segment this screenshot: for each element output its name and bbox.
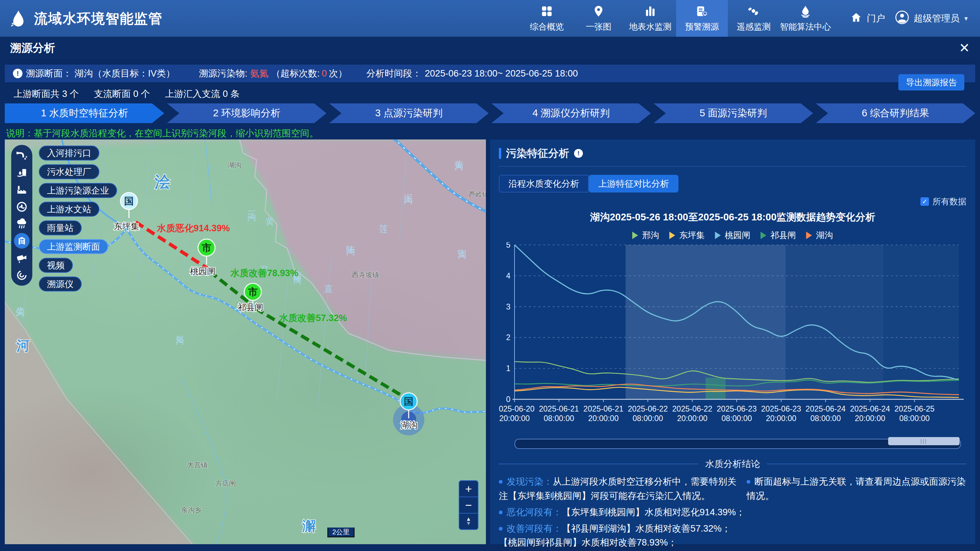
accent-bar — [499, 148, 501, 159]
bar-chart-icon — [644, 5, 657, 18]
page-titlebar: 溯源分析 ✕ — [0, 37, 980, 59]
pollutant-value: 氨氮 — [250, 67, 269, 79]
rain-gauge-icon[interactable] — [14, 216, 30, 232]
layer-pill-rain-gauge[interactable]: 雨量站 — [39, 221, 82, 235]
chart-legend: 邢沟 东坪集 桃园闸 祁县闸 湖沟 — [499, 230, 966, 241]
layer-pill-monitor-section[interactable]: 上游监测断面 — [39, 239, 108, 254]
svg-text:市: 市 — [202, 243, 211, 253]
nav-items: 综合概览 一张图 地表水监测 预警溯源 遥感监测 智能算法中心 — [521, 0, 831, 37]
tracer-icon[interactable] — [14, 267, 30, 283]
user-name[interactable]: 超级管理员 — [914, 12, 959, 24]
x-axis-label: 2025-06-2220:00:00 — [672, 404, 713, 423]
algorithm-icon — [799, 5, 812, 18]
nav-item-algorithm-center[interactable]: 智能算法中心 — [780, 0, 831, 37]
x-axis-label: 2025-06-2208:00:00 — [628, 404, 668, 423]
legend-item[interactable]: 东坪集 — [669, 230, 705, 241]
legend-label: 祁县闸 — [770, 230, 796, 241]
step-3-point-source[interactable]: 3 点源污染研判 — [329, 103, 488, 123]
step-6-result[interactable]: 6 综合研判结果 — [816, 103, 975, 123]
treatment-plant-icon[interactable] — [14, 165, 30, 180]
user-avatar-icon[interactable] — [895, 11, 909, 27]
layer-pill-treatment-plant[interactable]: 污水处理厂 — [39, 164, 99, 179]
factory-icon[interactable] — [14, 182, 30, 198]
map-label: 余沟乡 — [181, 506, 202, 514]
bullet-dot-icon — [499, 511, 503, 514]
svg-text:市: 市 — [248, 287, 258, 297]
datazoom-slider[interactable]: ||| — [514, 439, 961, 449]
layer-pill-video[interactable]: 视频 — [39, 258, 73, 273]
app-title: 流域水环境智能监管 — [34, 9, 163, 28]
section-value: 湖沟 — [75, 67, 93, 79]
close-icon[interactable]: ✕ — [959, 40, 970, 56]
nav-item-one-map[interactable]: 一张图 — [573, 0, 624, 37]
trace-info-bar: ! 溯源断面： 湖沟 （水质目标：IV类） 溯源污染物: 氨氮 （超标次数: 0… — [5, 65, 975, 82]
x-axis-label: 2025-06-2420:00:00 — [850, 404, 890, 423]
tab-along-route[interactable]: 沿程水质变化分析 — [499, 175, 589, 192]
period-label: 分析时间段： — [366, 67, 422, 79]
legend-item[interactable]: 祁县闸 — [760, 230, 796, 241]
map-label: 方店闸 — [215, 480, 236, 487]
svg-text:0: 0 — [506, 395, 511, 404]
zoom-out-button[interactable]: − — [460, 497, 478, 514]
map-layer-pills: 入河排污口 污水处理厂 上游污染源企业 上游水文站 雨量站 上游监测断面 视频 … — [39, 146, 117, 292]
layer-pill-pollution-enterprise[interactable]: 上游污染源企业 — [39, 183, 117, 198]
map-label: 莲 — [379, 224, 388, 234]
panel-title: 污染特征分析 — [506, 146, 569, 160]
map-label: 大营镇 — [187, 461, 208, 469]
layer-pill-hydrology-station[interactable]: 上游水文站 — [39, 202, 99, 217]
layer-pill-tracer[interactable]: 溯源仪 — [39, 276, 82, 292]
legend-item[interactable]: 湖沟 — [806, 230, 833, 241]
legend-triangle-icon — [760, 232, 766, 239]
datazoom-thumb[interactable]: ||| — [888, 437, 959, 445]
step-5-nonpoint-source[interactable]: 5 面源污染研判 — [654, 103, 813, 123]
station-label: 湖沟 — [401, 420, 417, 430]
svg-text:3: 3 — [506, 302, 511, 311]
layer-pill-outfall[interactable]: 入河排污口 — [39, 146, 99, 160]
legend-triangle-icon — [715, 232, 721, 239]
section-gate-icon[interactable] — [14, 233, 30, 249]
legend-label: 湖沟 — [816, 230, 833, 241]
svg-text:2: 2 — [506, 333, 511, 342]
outfall-icon[interactable] — [14, 148, 30, 163]
section-label: 溯源断面： — [26, 67, 72, 79]
home-icon[interactable] — [850, 11, 862, 25]
page-title: 溯源分析 — [10, 40, 55, 56]
map-label: 黄 — [266, 216, 274, 227]
step-1-spatiotemporal[interactable]: 1 水质时空特征分析 — [5, 103, 164, 123]
zoom-in-button[interactable]: + — [460, 481, 478, 497]
tab-upstream-compare[interactable]: 上游特征对比分析 — [589, 175, 679, 192]
export-report-button[interactable]: 导出溯源报告 — [898, 74, 964, 91]
legend-label: 邢沟 — [642, 230, 659, 241]
legend-item[interactable]: 邢沟 — [632, 230, 659, 241]
hydrology-icon[interactable] — [14, 199, 30, 214]
legend-triangle-icon — [632, 232, 638, 239]
step-4-tracer[interactable]: 4 溯源仪分析研判 — [492, 103, 651, 123]
period-value: 2025-06-23 18:00~ 2025-06-25 18:00 — [425, 68, 578, 79]
all-data-label: 所有数据 — [932, 196, 966, 207]
nav-item-label: 智能算法中心 — [780, 21, 831, 32]
all-data-checkbox[interactable]: ✓ — [920, 197, 929, 206]
app-brand: 流域水环境智能监管 — [0, 9, 163, 28]
nav-item-warning-trace[interactable]: 预警溯源 — [676, 0, 728, 37]
bullet-dot-icon — [746, 480, 750, 484]
legend-label: 东坪集 — [679, 230, 705, 241]
legend-item[interactable]: 桃园闸 — [715, 230, 750, 241]
nav-item-label: 遥感监测 — [737, 21, 771, 32]
panel-info-icon[interactable]: ! — [574, 149, 583, 158]
portal-link[interactable]: 门户 — [867, 12, 885, 24]
chevron-down-icon[interactable]: ▾ — [964, 14, 968, 22]
bullet-dot-icon — [499, 480, 503, 484]
alert-trace-icon — [695, 5, 708, 18]
map-panel[interactable]: 湖沟浍河澥娄沟三沟黄泥泥沟黄沟陈沟莲直官沟西柳沟郑沟西寺坡镇芦岭镇大营镇方店闸余… — [5, 140, 486, 544]
tilt-reset-button[interactable]: ▲▼ — [460, 514, 478, 529]
grid-icon — [540, 5, 553, 18]
video-icon[interactable] — [14, 250, 30, 266]
exceed-prefix: （超标次数: — [271, 67, 320, 79]
nav-item-surface-water[interactable]: 地表水监测 — [624, 0, 676, 37]
segment-label: 水质改善57.32% — [279, 313, 347, 323]
nav-item-remote-sensing[interactable]: 遥感监测 — [728, 0, 780, 37]
nav-item-overview[interactable]: 综合概览 — [521, 0, 573, 37]
step-2-environment[interactable]: 2 环境影响分析 — [167, 103, 327, 123]
trend-line-chart[interactable]: 0123452025-06-2020:00:002025-06-2108:00:… — [499, 242, 966, 433]
inflow-count: 上游汇入支流 0 条 — [165, 88, 240, 100]
